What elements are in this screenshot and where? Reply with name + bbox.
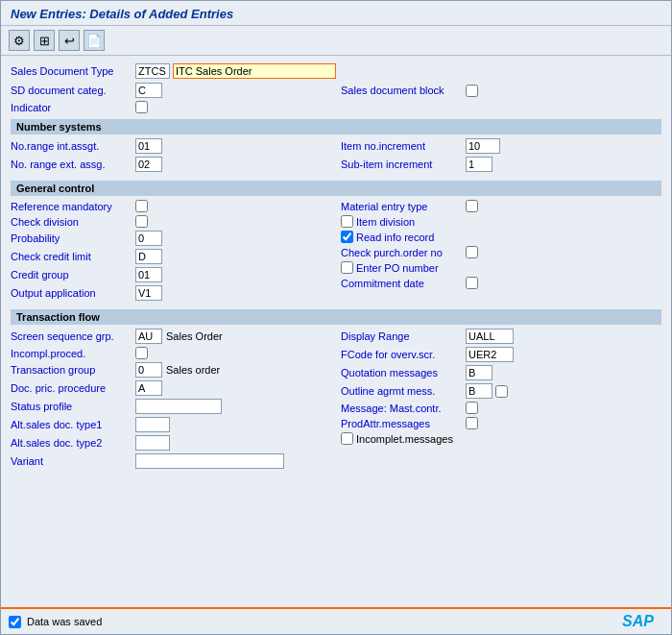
sales-doc-type-row: Sales Document Type xyxy=(11,63,661,79)
sd-doc-row: SD document categ. Sales document block xyxy=(11,83,661,101)
screen-seq-grp-text: Sales Order xyxy=(166,330,223,342)
toolbar-btn-back[interactable]: ↩ xyxy=(59,30,80,51)
material-entry-type-checkbox[interactable] xyxy=(466,200,478,212)
read-info-record-checkbox[interactable] xyxy=(341,231,353,243)
output-application-input[interactable] xyxy=(135,285,162,301)
alt-sales-doc-type2-label: Alt.sales doc. type2 xyxy=(11,437,135,449)
check-credit-limit-label: Check credit limit xyxy=(11,251,135,262)
no-range-int-label: No.range int.assgt. xyxy=(11,140,135,152)
status-content: Data was saved xyxy=(9,616,102,628)
fcode-input[interactable] xyxy=(466,347,514,362)
indicator-checkbox[interactable] xyxy=(135,101,148,113)
transaction-group-row: Transaction group Sales order xyxy=(11,362,331,378)
variant-input[interactable] xyxy=(135,453,284,469)
enter-po-number-row: Enter PO number xyxy=(341,261,661,274)
transaction-group-text: Sales order xyxy=(166,364,220,376)
alt-sales-doc-type1-input[interactable] xyxy=(135,417,170,432)
probability-input[interactable] xyxy=(135,231,162,246)
sd-doc-categ-label: SD document categ. xyxy=(11,85,135,96)
transaction-group-input[interactable] xyxy=(135,362,162,378)
status-profile-label: Status profile xyxy=(11,401,135,412)
sales-doc-block-label: Sales document block xyxy=(341,85,466,96)
number-systems-content: No.range int.assgt. No. range ext. assg.… xyxy=(11,138,661,175)
toolbar-btn-copy[interactable]: ⊞ xyxy=(34,30,55,51)
credit-group-label: Credit group xyxy=(11,269,135,281)
enter-po-number-checkbox[interactable] xyxy=(341,261,353,274)
incomplet-messages-checkbox[interactable] xyxy=(341,432,353,445)
message-mast-label: Message: Mast.contr. xyxy=(341,403,466,414)
check-division-row: Check division xyxy=(11,215,331,228)
check-division-checkbox[interactable] xyxy=(135,215,148,228)
item-no-increment-row: Item no.increment xyxy=(341,138,661,154)
check-purch-order-label: Check purch.order no xyxy=(341,247,466,258)
sap-logo: SAP xyxy=(622,613,654,630)
quotation-messages-row: Quotation messages xyxy=(341,365,661,380)
check-purch-order-checkbox[interactable] xyxy=(466,246,478,258)
outline-agrmt-row: Outline agrmt mess. xyxy=(341,383,661,399)
item-no-increment-label: Item no.increment xyxy=(341,140,466,152)
material-entry-type-label: Material entry type xyxy=(341,201,466,212)
probability-row: Probability xyxy=(11,231,331,246)
display-range-input[interactable] xyxy=(466,329,514,344)
no-range-int-input[interactable] xyxy=(135,138,162,154)
commitment-date-row: Commitment date xyxy=(341,277,661,289)
outline-agrmt-checkbox[interactable] xyxy=(495,385,508,398)
general-control-header: General control xyxy=(11,181,661,196)
doc-pric-procedure-input[interactable] xyxy=(135,380,162,396)
sales-doc-type-code-input[interactable] xyxy=(135,63,170,79)
sales-doc-block-checkbox[interactable] xyxy=(466,85,478,97)
check-division-label: Check division xyxy=(11,216,135,228)
alt-sales-doc-type2-input[interactable] xyxy=(135,435,170,451)
transaction-flow-header: Transaction flow xyxy=(11,309,661,325)
incomplet-messages-label: Incomplet.messages xyxy=(356,433,453,445)
variant-label: Variant xyxy=(11,455,135,467)
sales-doc-type-value-input[interactable] xyxy=(173,63,336,79)
toolbar: ⚙ ⊞ ↩ 📄 xyxy=(1,26,671,56)
title-bar: New Entries: Details of Added Entries xyxy=(1,1,671,26)
credit-group-input[interactable] xyxy=(135,267,162,282)
display-range-label: Display Range xyxy=(341,330,466,342)
number-systems-header: Number systems xyxy=(11,119,661,134)
screen-seq-grp-input[interactable] xyxy=(135,329,162,344)
enter-po-number-label: Enter PO number xyxy=(356,262,439,274)
toolbar-btn-settings[interactable]: ⚙ xyxy=(9,30,30,51)
credit-group-row: Credit group xyxy=(11,267,331,282)
item-division-row: Item division xyxy=(341,215,661,228)
screen-seq-grp-label: Screen sequence grp. xyxy=(11,330,135,342)
commitment-date-label: Commitment date xyxy=(341,278,466,289)
quotation-messages-label: Quotation messages xyxy=(341,367,466,379)
quotation-messages-input[interactable] xyxy=(466,365,492,380)
status-checkbox[interactable] xyxy=(9,616,21,628)
incompl-proced-checkbox[interactable] xyxy=(135,347,148,359)
item-no-increment-input[interactable] xyxy=(466,138,500,154)
status-message: Data was saved xyxy=(27,616,102,627)
item-division-checkbox[interactable] xyxy=(341,215,353,228)
output-application-label: Output application xyxy=(11,287,135,299)
outline-agrmt-label: Outline agrmt mess. xyxy=(341,385,466,397)
sub-item-increment-input[interactable] xyxy=(466,157,492,172)
probability-label: Probability xyxy=(11,232,135,244)
general-control-content: Reference mandatory Check division Proba… xyxy=(11,200,661,304)
alt-sales-doc-type1-row: Alt.sales doc. type1 xyxy=(11,417,331,432)
prod-attr-messages-checkbox[interactable] xyxy=(466,417,478,429)
toolbar-btn-doc[interactable]: 📄 xyxy=(84,30,105,51)
message-mast-checkbox[interactable] xyxy=(466,402,478,414)
outline-agrmt-input[interactable] xyxy=(466,383,492,399)
reference-mandatory-checkbox[interactable] xyxy=(135,200,148,212)
no-range-ext-row: No. range ext. assg. xyxy=(11,157,331,172)
prod-attr-messages-row: ProdAttr.messages xyxy=(341,417,661,429)
screen-seq-grp-row: Screen sequence grp. Sales Order xyxy=(11,329,331,344)
variant-row: Variant xyxy=(11,453,331,469)
status-bar: Data was saved SAP xyxy=(1,607,671,634)
main-window: New Entries: Details of Added Entries ⚙ … xyxy=(0,0,672,635)
no-range-int-row: No.range int.assgt. xyxy=(11,138,331,154)
transaction-group-label: Transaction group xyxy=(11,364,135,376)
status-profile-input[interactable] xyxy=(135,399,222,414)
output-application-row: Output application xyxy=(11,285,331,301)
no-range-ext-input[interactable] xyxy=(135,157,162,172)
sales-doc-block-row: Sales document block xyxy=(341,83,661,98)
check-credit-limit-row: Check credit limit xyxy=(11,249,331,264)
sd-doc-categ-input[interactable] xyxy=(135,83,162,98)
check-credit-limit-input[interactable] xyxy=(135,249,162,264)
commitment-date-checkbox[interactable] xyxy=(466,277,478,289)
